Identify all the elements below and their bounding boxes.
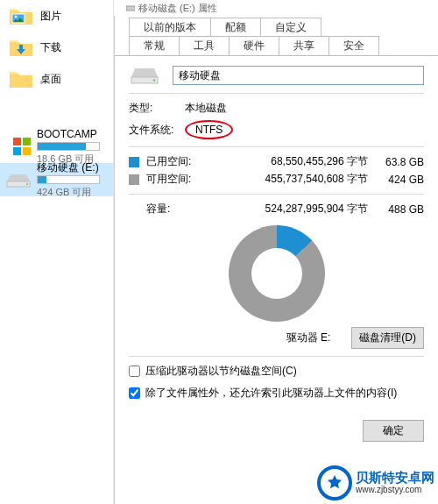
filesystem-label: 文件系统: [129,123,185,138]
svg-rect-3 [13,138,21,146]
free-hr: 424 GB [377,174,424,186]
capacity-hr: 488 GB [377,203,424,216]
svg-point-2 [15,16,18,18]
folder-desktop-icon [9,68,33,89]
quick-access-label: 图片 [40,9,61,24]
dialog-titlebar-fragment: 移动磁盘 (E:) 属性 [114,0,438,16]
svg-rect-9 [126,6,135,11]
drive-sublabel: 424 GB 可用 [37,186,108,199]
used-label: 已用空间: [146,154,199,169]
capacity-bytes: 524,287,995,904 字节 [199,202,377,217]
watermark-logo-icon [317,465,352,500]
drive-usage-bar [37,175,100,184]
dialog-title: 移动磁盘 (E:) 属性 [138,2,217,15]
drive-name: 移动硬盘 (E:) [37,161,108,174]
used-hr: 63.8 GB [377,156,424,168]
tab-row-2: 常规 工具 硬件 共享 安全 [115,36,438,55]
watermark-url: www.zjbstyy.com [356,485,434,495]
type-value: 本地磁盘 [185,101,227,116]
drive-usage-bar [37,142,100,151]
capacity-label: 容量: [146,202,199,217]
svg-point-8 [26,183,28,185]
tab-sharing[interactable]: 共享 [279,36,329,55]
tab-customize[interactable]: 自定义 [260,18,321,37]
disk-cleanup-button[interactable]: 磁盘清理(D) [351,327,424,349]
tab-hardware[interactable]: 硬件 [229,36,279,55]
tab-tools[interactable]: 工具 [179,36,230,55]
quick-access-desktop[interactable]: 桌面 [0,63,113,95]
tab-security[interactable]: 安全 [328,36,379,55]
compress-label: 压缩此驱动器以节约磁盘空间(C) [145,364,297,379]
properties-dialog: 以前的版本 配额 自定义 常规 工具 硬件 共享 安全 类型: 本地磁盘 [114,16,438,504]
watermark: 贝斯特安卓网 www.zjbstyy.com [317,465,434,500]
folder-downloads-icon [9,37,33,58]
svg-rect-5 [13,147,21,155]
drive-icon [5,171,32,188]
drive-item-removable[interactable]: 移动硬盘 (E:) 424 GB 可用 [0,163,113,196]
usage-donut-chart [229,225,325,322]
tab-general[interactable]: 常规 [129,36,180,55]
type-label: 类型: [129,101,185,116]
index-label: 除了文件属性外，还允许索引此驱动器上文件的内容(I) [145,386,397,401]
quick-access-label: 桌面 [40,72,61,87]
filesystem-value: NTFS [185,120,233,139]
dialog-footer: 确定 [115,411,438,442]
svg-rect-4 [23,138,31,146]
free-bytes: 455,737,540,608 字节 [199,172,377,187]
free-swatch [129,174,139,185]
drive-list: BOOTCAMP 18.6 GB 可用 移动硬盘 (E:) 424 GB 可用 [0,130,113,196]
drive-large-icon [129,65,160,86]
drive-name: BOOTCAMP [37,128,108,140]
tab-quota[interactable]: 配额 [210,18,261,37]
tab-previous-versions[interactable]: 以前的版本 [129,18,211,37]
windows-logo-icon [12,137,32,156]
svg-rect-6 [23,147,31,155]
free-label: 可用空间: [146,172,199,187]
drive-small-icon [126,4,135,12]
index-checkbox[interactable] [129,387,140,399]
drive-letter-label: 驱动器 E: [286,330,331,345]
quick-access-downloads[interactable]: 下载 [0,32,113,63]
watermark-title: 贝斯特安卓网 [356,471,434,485]
volume-name-input[interactable] [173,66,424,85]
tab-row-1: 以前的版本 配额 自定义 [115,18,438,37]
ok-button[interactable]: 确定 [363,420,424,442]
quick-access-pictures[interactable]: 图片 [0,0,113,32]
used-swatch [129,157,139,167]
folder-pictures-icon [9,5,33,26]
quick-access-label: 下载 [40,40,61,55]
explorer-sidebar: 图片 下载 桌面 BOOTCAMP [0,0,114,504]
used-bytes: 68,550,455,296 字节 [199,154,377,169]
svg-point-11 [153,79,155,81]
drive-item-bootcamp[interactable]: BOOTCAMP 18.6 GB 可用 [0,130,113,163]
compress-checkbox[interactable] [129,366,140,377]
